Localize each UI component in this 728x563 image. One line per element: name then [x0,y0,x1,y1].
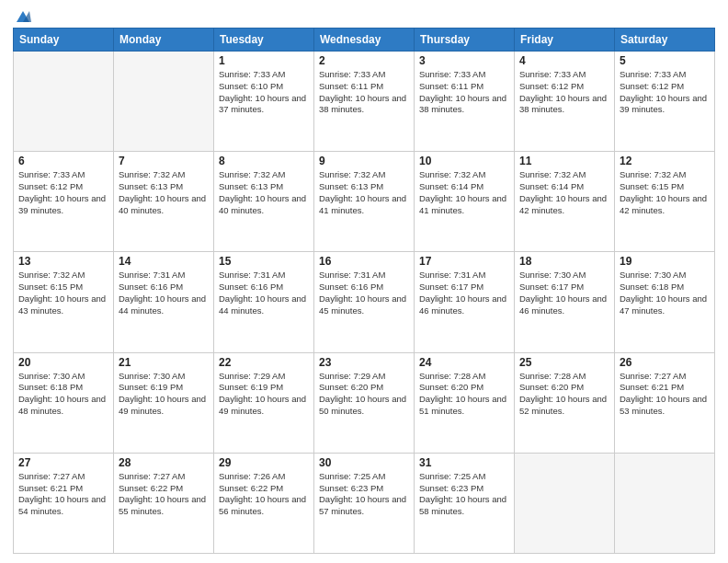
calendar-day-cell: 1Sunrise: 7:33 AM Sunset: 6:10 PM Daylig… [214,52,314,152]
calendar-day-cell: 25Sunrise: 7:28 AM Sunset: 6:20 PM Dayli… [515,352,615,453]
day-number: 24 [419,356,509,369]
calendar-day-cell: 10Sunrise: 7:32 AM Sunset: 6:14 PM Dayli… [415,152,515,252]
calendar-day-cell: 31Sunrise: 7:25 AM Sunset: 6:23 PM Dayli… [415,453,515,553]
day-info: Sunrise: 7:33 AM Sunset: 6:11 PM Dayligh… [419,69,509,116]
calendar-day-cell [615,453,715,553]
calendar-day-cell: 23Sunrise: 7:29 AM Sunset: 6:20 PM Dayli… [314,352,415,453]
day-number: 12 [620,155,710,167]
day-number: 26 [620,356,710,369]
day-info: Sunrise: 7:30 AM Sunset: 6:18 PM Dayligh… [620,270,710,316]
day-of-week-header: Sunday [14,29,114,52]
day-number: 28 [119,456,209,469]
day-info: Sunrise: 7:32 AM Sunset: 6:13 PM Dayligh… [119,169,209,216]
day-info: Sunrise: 7:33 AM Sunset: 6:12 PM Dayligh… [519,69,609,116]
day-number: 31 [419,456,509,469]
calendar-header-row: SundayMondayTuesdayWednesdayThursdayFrid… [14,29,715,52]
header [13,9,715,22]
day-info: Sunrise: 7:32 AM Sunset: 6:14 PM Dayligh… [419,169,509,216]
calendar-day-cell: 20Sunrise: 7:30 AM Sunset: 6:18 PM Dayli… [14,352,114,453]
day-info: Sunrise: 7:26 AM Sunset: 6:22 PM Dayligh… [219,471,309,518]
day-number: 11 [519,155,609,167]
day-number: 30 [319,456,409,469]
day-of-week-header: Tuesday [214,29,314,52]
day-number: 22 [219,356,309,369]
day-number: 2 [319,54,409,67]
calendar-day-cell: 7Sunrise: 7:32 AM Sunset: 6:13 PM Daylig… [114,152,214,252]
day-number: 3 [419,54,509,67]
calendar-day-cell [114,52,214,152]
calendar-day-cell: 13Sunrise: 7:32 AM Sunset: 6:15 PM Dayli… [14,252,114,352]
calendar-day-cell: 28Sunrise: 7:27 AM Sunset: 6:22 PM Dayli… [114,453,214,553]
day-number: 21 [119,356,209,369]
day-number: 9 [319,155,409,167]
calendar-day-cell: 21Sunrise: 7:30 AM Sunset: 6:19 PM Dayli… [114,352,214,453]
day-number: 20 [18,356,108,369]
day-number: 10 [419,155,509,167]
day-info: Sunrise: 7:33 AM Sunset: 6:12 PM Dayligh… [18,169,108,216]
calendar-week-row: 13Sunrise: 7:32 AM Sunset: 6:15 PM Dayli… [14,252,715,352]
day-info: Sunrise: 7:31 AM Sunset: 6:16 PM Dayligh… [219,270,309,316]
calendar-week-row: 20Sunrise: 7:30 AM Sunset: 6:18 PM Dayli… [14,352,715,453]
day-info: Sunrise: 7:30 AM Sunset: 6:19 PM Dayligh… [119,371,209,418]
day-info: Sunrise: 7:30 AM Sunset: 6:17 PM Dayligh… [519,270,609,316]
calendar-day-cell: 22Sunrise: 7:29 AM Sunset: 6:19 PM Dayli… [214,352,314,453]
calendar-day-cell: 2Sunrise: 7:33 AM Sunset: 6:11 PM Daylig… [314,52,415,152]
calendar-week-row: 1Sunrise: 7:33 AM Sunset: 6:10 PM Daylig… [14,52,715,152]
day-number: 7 [119,155,209,167]
day-number: 6 [18,155,108,167]
calendar-day-cell: 12Sunrise: 7:32 AM Sunset: 6:15 PM Dayli… [615,152,715,252]
calendar-day-cell [515,453,615,553]
calendar-day-cell [14,52,114,152]
day-info: Sunrise: 7:29 AM Sunset: 6:19 PM Dayligh… [219,371,309,418]
day-of-week-header: Saturday [615,29,715,52]
day-number: 5 [620,54,710,67]
day-number: 29 [219,456,309,469]
day-number: 1 [219,54,309,67]
day-info: Sunrise: 7:33 AM Sunset: 6:10 PM Dayligh… [219,69,309,116]
calendar-day-cell: 9Sunrise: 7:32 AM Sunset: 6:13 PM Daylig… [314,152,415,252]
day-number: 13 [18,255,108,268]
day-info: Sunrise: 7:31 AM Sunset: 6:16 PM Dayligh… [319,270,409,316]
day-info: Sunrise: 7:28 AM Sunset: 6:20 PM Dayligh… [419,371,509,418]
day-info: Sunrise: 7:25 AM Sunset: 6:23 PM Dayligh… [419,471,509,518]
day-info: Sunrise: 7:32 AM Sunset: 6:15 PM Dayligh… [620,169,710,216]
day-info: Sunrise: 7:32 AM Sunset: 6:13 PM Dayligh… [319,169,409,216]
logo [13,9,31,22]
day-info: Sunrise: 7:27 AM Sunset: 6:21 PM Dayligh… [18,471,108,518]
day-number: 23 [319,356,409,369]
calendar-week-row: 6Sunrise: 7:33 AM Sunset: 6:12 PM Daylig… [14,152,715,252]
logo-icon [15,9,31,26]
day-number: 16 [319,255,409,268]
day-info: Sunrise: 7:28 AM Sunset: 6:20 PM Dayligh… [519,371,609,418]
day-info: Sunrise: 7:33 AM Sunset: 6:11 PM Dayligh… [319,69,409,116]
day-info: Sunrise: 7:29 AM Sunset: 6:20 PM Dayligh… [319,371,409,418]
calendar-week-row: 27Sunrise: 7:27 AM Sunset: 6:21 PM Dayli… [14,453,715,553]
calendar-day-cell: 27Sunrise: 7:27 AM Sunset: 6:21 PM Dayli… [14,453,114,553]
calendar-day-cell: 29Sunrise: 7:26 AM Sunset: 6:22 PM Dayli… [214,453,314,553]
day-of-week-header: Wednesday [314,29,415,52]
day-info: Sunrise: 7:33 AM Sunset: 6:12 PM Dayligh… [620,69,710,116]
day-number: 8 [219,155,309,167]
calendar-table: SundayMondayTuesdayWednesdayThursdayFrid… [13,28,715,554]
day-info: Sunrise: 7:32 AM Sunset: 6:14 PM Dayligh… [519,169,609,216]
calendar-day-cell: 8Sunrise: 7:32 AM Sunset: 6:13 PM Daylig… [214,152,314,252]
calendar-day-cell: 3Sunrise: 7:33 AM Sunset: 6:11 PM Daylig… [415,52,515,152]
calendar-day-cell: 30Sunrise: 7:25 AM Sunset: 6:23 PM Dayli… [314,453,415,553]
day-number: 27 [18,456,108,469]
calendar-day-cell: 24Sunrise: 7:28 AM Sunset: 6:20 PM Dayli… [415,352,515,453]
day-info: Sunrise: 7:31 AM Sunset: 6:16 PM Dayligh… [119,270,209,316]
calendar-day-cell: 11Sunrise: 7:32 AM Sunset: 6:14 PM Dayli… [515,152,615,252]
day-info: Sunrise: 7:27 AM Sunset: 6:22 PM Dayligh… [119,471,209,518]
calendar-day-cell: 16Sunrise: 7:31 AM Sunset: 6:16 PM Dayli… [314,252,415,352]
day-info: Sunrise: 7:32 AM Sunset: 6:15 PM Dayligh… [18,270,108,316]
calendar-day-cell: 15Sunrise: 7:31 AM Sunset: 6:16 PM Dayli… [214,252,314,352]
day-of-week-header: Monday [114,29,214,52]
calendar-day-cell: 4Sunrise: 7:33 AM Sunset: 6:12 PM Daylig… [515,52,615,152]
day-number: 14 [119,255,209,268]
day-number: 4 [519,54,609,67]
day-info: Sunrise: 7:27 AM Sunset: 6:21 PM Dayligh… [620,371,710,418]
day-of-week-header: Friday [515,29,615,52]
day-number: 18 [519,255,609,268]
day-number: 15 [219,255,309,268]
calendar-day-cell: 19Sunrise: 7:30 AM Sunset: 6:18 PM Dayli… [615,252,715,352]
